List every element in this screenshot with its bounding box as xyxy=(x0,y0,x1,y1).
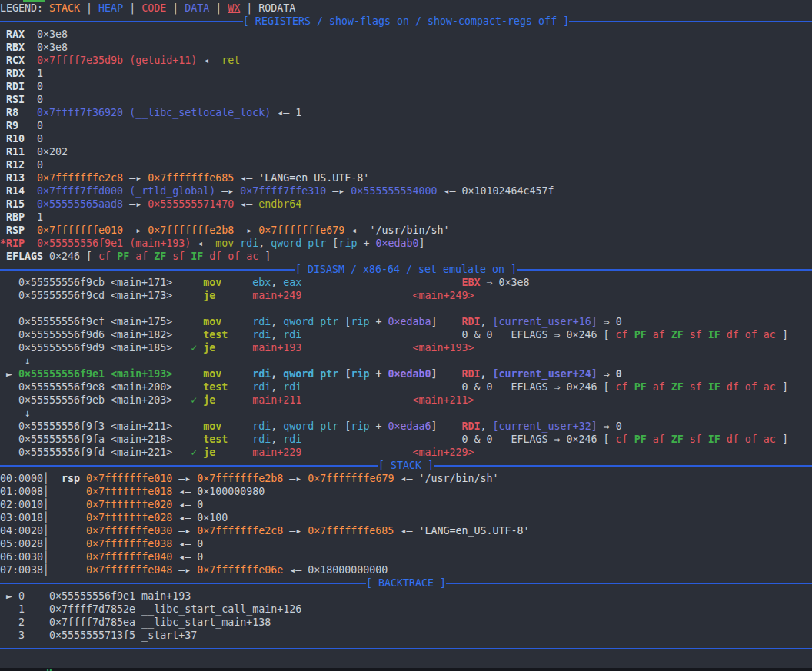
text-segment: ] xyxy=(418,238,424,249)
text-segment xyxy=(215,290,252,301)
text-segment: je xyxy=(203,447,215,458)
text-segment: df xyxy=(727,433,745,445)
stack-pane: 00:0000│ rsp 0×7fffffffe010 —▸ 0×7ffffff… xyxy=(0,472,812,576)
text-segment: DATA xyxy=(185,2,209,14)
text-segment: endbr64 xyxy=(258,198,301,210)
text-segment: rdi xyxy=(283,433,301,445)
register-row: R14 0×7ffff7ffd000 (_rtld_global) —▸ 0×7… xyxy=(0,184,812,198)
text-segment: , xyxy=(271,420,283,432)
text-segment: , xyxy=(271,433,283,445)
text-segment: <main+211> xyxy=(412,394,474,406)
stack-row: 05:0028│ 0×7fffffffe038 ◂— 0 xyxy=(0,537,812,550)
text-segment: ✓ xyxy=(191,394,197,406)
text-segment: af xyxy=(653,329,671,340)
text-segment: rip xyxy=(351,316,369,327)
text-segment: STACK xyxy=(49,2,80,14)
text-segment: + xyxy=(369,316,388,327)
text-segment: mov xyxy=(203,420,221,432)
text-segment: ret xyxy=(221,55,240,66)
text-segment xyxy=(221,277,252,288)
stack-row: 04:0020│ 0×7fffffffe030 —▸ 0×7fffffffe2c… xyxy=(0,524,812,537)
text-segment: RDI xyxy=(462,420,481,432)
text-segment: CODE xyxy=(141,2,166,14)
text-segment: ZF xyxy=(671,433,690,445)
text-segment: main+211 xyxy=(252,394,301,406)
text-segment: 1 xyxy=(37,211,43,223)
text-segment: 0×55555556f9e8 <main+200> xyxy=(0,381,203,393)
text-segment: RCX xyxy=(0,55,37,66)
register-row: R11 0×202 xyxy=(0,145,812,158)
text-segment: HEAP xyxy=(98,2,123,14)
text-segment: R12 xyxy=(0,159,37,171)
text-segment: | xyxy=(123,2,141,14)
text-segment: ⇒ 0×3e8 xyxy=(481,277,530,288)
stack-row: 00:0000│ rsp 0×7fffffffe010 —▸ 0×7ffffff… xyxy=(0,472,812,485)
text-segment: 2 0×7ffff7d785ea __libc_start_main+138 xyxy=(0,616,271,628)
backtrace-pane: ► 0 0×55555556f9e1 main+193 1 0×7ffff7d7… xyxy=(0,590,812,642)
text-segment: 0×7fffffffe685 xyxy=(148,172,234,184)
text-segment: rsp xyxy=(62,473,80,484)
text-segment: R13 xyxy=(0,172,37,184)
text-segment: , xyxy=(258,238,271,249)
text-segment: 0×55555556f9f3 <main+211> xyxy=(0,420,203,432)
text-segment: af xyxy=(653,433,671,445)
text-segment: rdi xyxy=(283,381,301,393)
register-row: R15 0×55555565aad8 —▸ 0×555555571470 ◂— … xyxy=(0,198,812,211)
text-segment xyxy=(221,316,252,327)
disasm-row: ↓ xyxy=(0,407,812,420)
text-segment: 0 xyxy=(37,81,43,92)
text-segment: rdi xyxy=(240,238,258,249)
text-segment: 0×edab0 xyxy=(388,368,431,380)
text-segment: ◂— 0×100 xyxy=(172,512,228,523)
text-segment: ] xyxy=(431,316,461,327)
text-segment: ZF xyxy=(671,329,690,340)
text-segment: + xyxy=(357,238,375,249)
text-segment: [current_user+16] xyxy=(493,316,597,327)
text-segment: *RIP xyxy=(0,238,25,249)
text-segment: 3 0×5555555713f5 _start+37 xyxy=(0,629,197,641)
text-segment: —▸ xyxy=(123,224,148,236)
text-segment: eax xyxy=(283,277,301,288)
text-segment: 0×3e8 xyxy=(37,42,68,53)
text-segment: ◂— 0×18000000000 xyxy=(283,564,388,576)
stack-row: 06:0030│ 0×7fffffffe040 ◂— 0 xyxy=(0,550,812,563)
text-segment: RBX xyxy=(0,42,37,53)
text-segment xyxy=(221,368,252,380)
text-segment: 0×555555554000 xyxy=(351,185,437,197)
divider-line xyxy=(0,269,295,271)
text-segment: of xyxy=(745,381,764,393)
bottom-divider xyxy=(0,642,812,655)
text-segment: 0×246 [ xyxy=(49,251,98,262)
register-row: R9 0 xyxy=(0,119,812,132)
text-segment: rdi xyxy=(283,329,301,340)
text-segment: PF xyxy=(634,329,653,340)
register-row: RBP 1 xyxy=(0,211,812,224)
text-segment: qword ptr xyxy=(283,316,344,327)
text-segment: test xyxy=(203,433,228,445)
text-segment: PF xyxy=(117,251,135,262)
text-segment: PF xyxy=(634,433,653,445)
text-segment: 0×55555556f9fa <main+218> xyxy=(0,433,203,445)
divider-line xyxy=(569,21,812,22)
disasm-row: ↓ xyxy=(0,354,812,367)
text-segment: ► xyxy=(0,368,18,380)
text-segment: '/usr/bin/sh' xyxy=(369,224,449,236)
text-segment: ◂— xyxy=(234,198,258,210)
text-segment: of xyxy=(228,251,246,262)
text-segment: rdi xyxy=(252,368,271,380)
text-segment: | xyxy=(240,2,258,14)
text-segment: rdi xyxy=(252,316,271,327)
text-segment: R8 xyxy=(0,107,37,118)
text-segment: ZF xyxy=(154,251,172,262)
text-segment: 0×7fffffffe018 xyxy=(86,486,172,497)
text-segment: R15 xyxy=(0,198,37,210)
text-segment: —▸ xyxy=(172,525,197,536)
text-segment: ✓ xyxy=(191,447,197,458)
text-segment: df xyxy=(727,329,745,340)
text-segment: af xyxy=(653,381,671,393)
divider-line xyxy=(446,583,812,584)
text-segment: 0×7fffffffe685 xyxy=(308,525,394,536)
prompt-row: pwndbg> xyxy=(0,655,812,668)
text-segment: main+193 xyxy=(252,342,301,354)
text-segment: 0×7fffffffe038 xyxy=(86,538,172,550)
